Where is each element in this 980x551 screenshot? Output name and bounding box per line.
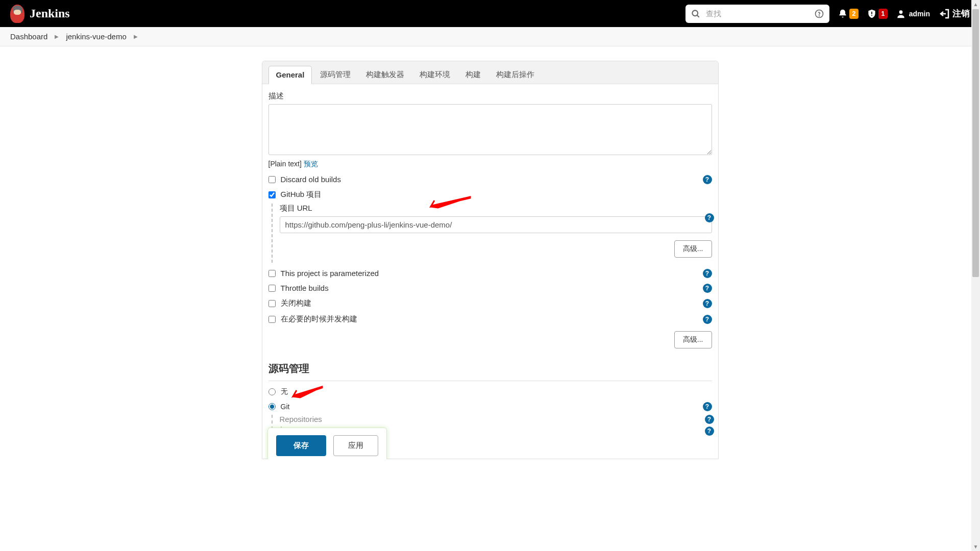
tab-general[interactable]: General [268, 66, 312, 84]
chevron-right-icon: ▶ [134, 34, 138, 39]
config-panel: General 源码管理 构建触发器 构建环境 构建 构建后操作 描述 [Pla… [262, 61, 719, 459]
description-label: 描述 [268, 91, 712, 101]
preview-link[interactable]: 预览 [304, 160, 318, 168]
help-icon[interactable]: ? [703, 175, 712, 184]
scm-none-row: 无 [268, 387, 712, 396]
breadcrumb-item-project[interactable]: jenkins-vue-demo [66, 32, 126, 41]
tab-scm[interactable]: 源码管理 [313, 66, 358, 84]
logout-link[interactable]: 注销 [938, 8, 970, 20]
option-discard-old: Discard old builds ? [268, 175, 712, 184]
scm-git-row: Git ? [268, 403, 712, 411]
logout-label: 注销 [952, 8, 970, 19]
notifications[interactable]: 2 [838, 9, 859, 19]
throttle-checkbox[interactable] [268, 285, 276, 292]
scroll-up-icon[interactable]: ▲ [971, 0, 980, 9]
breadcrumb: Dashboard ▶ jenkins-vue-demo ▶ [0, 27, 980, 46]
header-right: 2 1 admin 注销 [685, 5, 970, 23]
divider [268, 381, 712, 381]
help-icon[interactable]: ? [705, 427, 714, 436]
discard-old-label[interactable]: Discard old builds [281, 175, 341, 184]
help-icon[interactable]: ? [703, 269, 712, 278]
config-tabs: General 源码管理 构建触发器 构建环境 构建 构建后操作 [262, 61, 718, 84]
scm-git-label[interactable]: Git [281, 403, 290, 411]
scm-none-radio[interactable] [268, 388, 276, 395]
scrollbar[interactable]: ▲ ▼ [971, 0, 980, 459]
tab-env[interactable]: 构建环境 [412, 66, 457, 84]
annotation-arrow-icon [289, 385, 325, 402]
option-parameterized: This project is parameterized ? [268, 269, 712, 278]
format-prefix: [Plain text] [268, 160, 302, 168]
alerts[interactable]: 1 [867, 9, 888, 19]
notif-badge: 2 [849, 9, 859, 19]
bell-icon [838, 9, 848, 19]
main-content: General 源码管理 构建触发器 构建环境 构建 构建后操作 描述 [Pla… [0, 46, 980, 459]
alert-badge: 1 [878, 9, 888, 19]
save-bar: 保存 应用 [267, 428, 387, 459]
logo-area[interactable]: Jenkins [10, 5, 70, 23]
advanced-button[interactable]: 高级... [674, 240, 712, 258]
github-project-label[interactable]: GitHub 项目 [281, 190, 322, 199]
svg-rect-5 [871, 15, 872, 16]
git-repos-label: Repositories ? [280, 415, 712, 423]
form-area: 描述 [Plain text] 预览 Discard old builds ? … [262, 84, 718, 459]
parameterized-label[interactable]: This project is parameterized [281, 269, 379, 278]
svg-point-0 [692, 10, 698, 16]
tab-build[interactable]: 构建 [458, 66, 488, 84]
svg-rect-4 [871, 11, 872, 14]
tab-postbuild[interactable]: 构建后操作 [489, 66, 542, 84]
advanced-row-2: 高级... [268, 331, 712, 348]
scm-title: 源码管理 [268, 362, 712, 375]
help-icon[interactable]: ? [705, 415, 714, 424]
advanced-button[interactable]: 高级... [674, 331, 712, 348]
help-circle-icon[interactable] [814, 9, 824, 19]
discard-old-checkbox[interactable] [268, 176, 276, 183]
help-icon[interactable]: ? [705, 213, 714, 222]
top-header: Jenkins 2 1 admin 注销 [0, 0, 980, 27]
search-icon [691, 9, 701, 19]
project-url-input[interactable] [280, 216, 712, 233]
description-textarea[interactable] [268, 104, 712, 155]
jenkins-logo-icon [10, 5, 24, 23]
help-icon[interactable]: ? [703, 284, 712, 293]
chevron-right-icon: ▶ [55, 34, 59, 39]
logout-icon [938, 8, 950, 20]
help-icon[interactable]: ? [703, 315, 712, 324]
svg-point-6 [899, 10, 902, 14]
disable-build-label[interactable]: 关闭构建 [281, 298, 311, 308]
username: admin [909, 10, 930, 18]
github-project-checkbox[interactable] [268, 191, 276, 198]
shield-icon [867, 9, 877, 19]
format-hint: [Plain text] 预览 [268, 160, 712, 169]
user-icon [896, 9, 906, 19]
user-menu[interactable]: admin [896, 9, 930, 19]
concurrent-label[interactable]: 在必要的时候并发构建 [281, 314, 357, 324]
help-icon[interactable]: ? [703, 402, 712, 411]
search-input[interactable] [706, 9, 809, 18]
search-box[interactable] [685, 5, 829, 23]
svg-line-1 [697, 15, 699, 17]
parameterized-checkbox[interactable] [268, 270, 276, 277]
tab-triggers[interactable]: 构建触发器 [359, 66, 411, 84]
project-url-label: 项目 URL ? [280, 204, 712, 213]
option-disable-build: 关闭构建 ? [268, 298, 712, 308]
scrollbar-thumb[interactable] [972, 9, 979, 277]
scm-git-radio[interactable] [268, 403, 276, 410]
logo-text: Jenkins [30, 7, 70, 20]
option-concurrent: 在必要的时候并发构建 ? [268, 314, 712, 324]
scm-none-label[interactable]: 无 [281, 387, 288, 396]
option-github-project: GitHub 项目 [268, 190, 712, 199]
breadcrumb-item-dashboard[interactable]: Dashboard [10, 32, 47, 41]
option-throttle: Throttle builds ? [268, 284, 712, 292]
help-icon[interactable]: ? [703, 299, 712, 308]
github-project-subblock: 项目 URL ? 高级... [272, 204, 712, 263]
save-button[interactable]: 保存 [276, 435, 326, 456]
svg-point-3 [819, 15, 819, 16]
throttle-label[interactable]: Throttle builds [281, 284, 329, 292]
concurrent-checkbox[interactable] [268, 316, 276, 323]
disable-build-checkbox[interactable] [268, 300, 276, 307]
apply-button[interactable]: 应用 [333, 435, 378, 456]
advanced-row: 高级... [280, 240, 712, 258]
